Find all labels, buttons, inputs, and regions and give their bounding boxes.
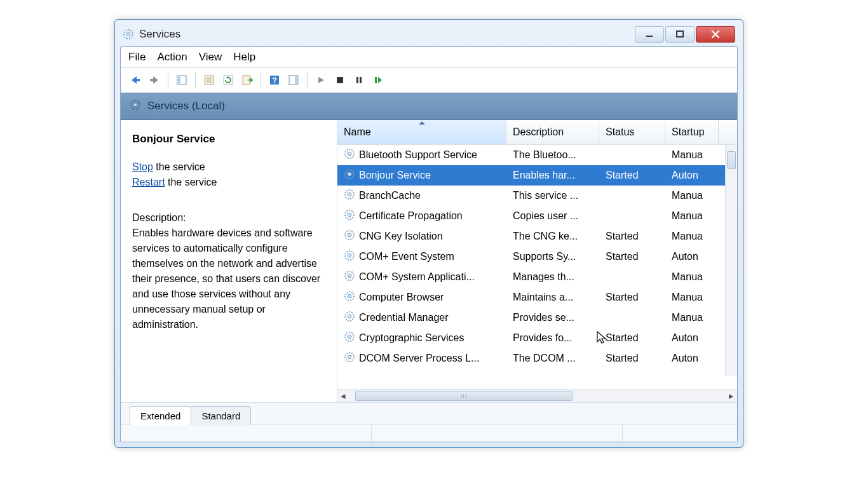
svg-rect-19 xyxy=(356,77,358,83)
service-row[interactable]: Bonjour ServiceEnables har...StartedAuto… xyxy=(337,165,737,186)
tab-extended[interactable]: Extended xyxy=(130,406,191,425)
cell-status: Started xyxy=(599,231,665,242)
export-list-button[interactable] xyxy=(239,72,255,88)
service-row[interactable]: COM+ Event SystemSupports Sy...StartedAu… xyxy=(337,247,737,267)
back-button[interactable] xyxy=(127,72,144,88)
properties-button[interactable] xyxy=(201,72,217,88)
cell-startup: Auton xyxy=(665,170,719,181)
cell-name: CNG Key Isolation xyxy=(337,229,506,243)
gear-icon xyxy=(344,311,355,325)
start-service-button[interactable] xyxy=(313,72,329,88)
service-row[interactable]: CNG Key IsolationThe CNG ke...StartedMan… xyxy=(337,226,737,247)
horizontal-scroll-thumb[interactable]: ııı xyxy=(355,391,573,401)
titlebar[interactable]: Services xyxy=(120,25,738,44)
gear-icon xyxy=(344,229,355,243)
selected-service-name: Bonjour Service xyxy=(132,132,329,147)
horizontal-scrollbar[interactable]: ◂ ııı ▸ xyxy=(337,389,737,402)
cell-startup: Manua xyxy=(665,231,719,242)
cell-status: Started xyxy=(599,353,665,364)
window-title: Services xyxy=(139,28,180,41)
menu-action[interactable]: Action xyxy=(157,51,187,64)
help-button[interactable]: ? xyxy=(266,72,283,88)
gear-icon xyxy=(344,148,355,162)
cell-name: COM+ System Applicati... xyxy=(337,270,506,284)
svg-point-35 xyxy=(348,254,351,257)
details-pane: Bonjour Service Stop the service Restart… xyxy=(121,120,337,402)
gear-icon xyxy=(344,189,355,203)
column-description[interactable]: Description xyxy=(506,120,599,144)
cell-startup: Manua xyxy=(665,149,719,161)
statusbar xyxy=(121,424,737,442)
vertical-scrollbar[interactable] xyxy=(725,145,737,376)
svg-point-31 xyxy=(348,213,351,217)
vertical-scroll-thumb[interactable] xyxy=(727,151,736,169)
show-hide-tree-button[interactable] xyxy=(173,72,190,88)
cell-startup: Manua xyxy=(665,312,719,323)
service-row[interactable]: BranchCacheThis service ...Manua xyxy=(337,186,737,206)
refresh-button[interactable] xyxy=(220,72,236,88)
cell-status: Started xyxy=(599,332,665,344)
scope-title: Services (Local) xyxy=(147,100,225,112)
close-button[interactable] xyxy=(696,26,735,43)
gear-icon xyxy=(344,351,355,365)
cell-startup: Manua xyxy=(665,292,719,303)
column-name[interactable]: Name xyxy=(337,120,506,144)
column-startup[interactable]: Startup xyxy=(665,120,719,144)
services-list: Name Description Status Startup Bluetoot… xyxy=(337,120,737,402)
svg-point-25 xyxy=(348,152,351,156)
minimize-button[interactable] xyxy=(635,26,664,43)
cell-startup: Manua xyxy=(665,190,719,201)
service-row[interactable]: Bluetooth Support ServiceThe Bluetoo...M… xyxy=(337,145,737,165)
service-row[interactable]: Cryptographic ServicesProvides fo...Star… xyxy=(337,328,737,348)
cell-description: The DCOM ... xyxy=(506,353,599,364)
cell-description: Provides se... xyxy=(506,312,599,323)
stop-service-button[interactable] xyxy=(332,72,348,88)
service-row[interactable]: Computer BrowserMaintains a...StartedMan… xyxy=(337,287,737,308)
svg-rect-20 xyxy=(360,77,362,83)
service-row[interactable]: Credential ManagerProvides se...Manua xyxy=(337,308,737,328)
svg-point-33 xyxy=(348,233,351,237)
restart-service-button[interactable] xyxy=(370,72,386,88)
svg-rect-21 xyxy=(375,77,377,83)
svg-point-23 xyxy=(133,103,137,107)
pause-service-button[interactable] xyxy=(351,72,367,88)
cell-name: BranchCache xyxy=(337,189,506,203)
menu-file[interactable]: File xyxy=(128,51,146,64)
cell-startup: Manua xyxy=(665,271,719,283)
column-status[interactable]: Status xyxy=(599,120,665,144)
svg-rect-17 xyxy=(295,76,298,85)
show-hide-action-pane-button[interactable] xyxy=(285,72,302,88)
menu-view[interactable]: View xyxy=(199,51,222,64)
svg-point-43 xyxy=(348,335,351,339)
scroll-right-button[interactable]: ▸ xyxy=(726,390,737,402)
cell-name: DCOM Server Process L... xyxy=(337,351,506,365)
cell-startup: Auton xyxy=(665,251,719,262)
cell-name: Computer Browser xyxy=(337,290,506,304)
stop-service-link[interactable]: Stop xyxy=(132,161,153,172)
service-row[interactable]: COM+ System Applicati...Manages th...Man… xyxy=(337,267,737,287)
cell-name: Cryptographic Services xyxy=(337,331,506,345)
cell-name: Bluetooth Support Service xyxy=(337,148,506,162)
gear-icon xyxy=(344,290,355,304)
forward-button[interactable] xyxy=(146,72,163,88)
gear-icon xyxy=(344,270,355,284)
tab-standard[interactable]: Standard xyxy=(191,406,251,425)
scroll-left-button[interactable]: ◂ xyxy=(337,390,349,402)
service-row[interactable]: DCOM Server Process L...The DCOM ...Star… xyxy=(337,348,737,369)
menu-help[interactable]: Help xyxy=(233,51,255,64)
cell-description: Provides fo... xyxy=(506,332,599,344)
maximize-button[interactable] xyxy=(665,26,695,43)
cell-name: COM+ Event System xyxy=(337,250,506,264)
svg-point-39 xyxy=(348,294,351,298)
cell-startup: Manua xyxy=(665,210,719,222)
cell-name: Credential Manager xyxy=(337,311,506,325)
cell-name: Certificate Propagation xyxy=(337,209,506,223)
cell-description: This service ... xyxy=(506,190,599,201)
cell-description: Maintains a... xyxy=(506,292,599,303)
menubar: File Action View Help xyxy=(121,47,737,68)
gear-icon xyxy=(344,331,355,345)
restart-service-link[interactable]: Restart xyxy=(132,177,165,187)
cell-description: Copies user ... xyxy=(506,210,599,222)
svg-point-27 xyxy=(348,172,351,176)
service-row[interactable]: Certificate PropagationCopies user ...Ma… xyxy=(337,206,737,226)
